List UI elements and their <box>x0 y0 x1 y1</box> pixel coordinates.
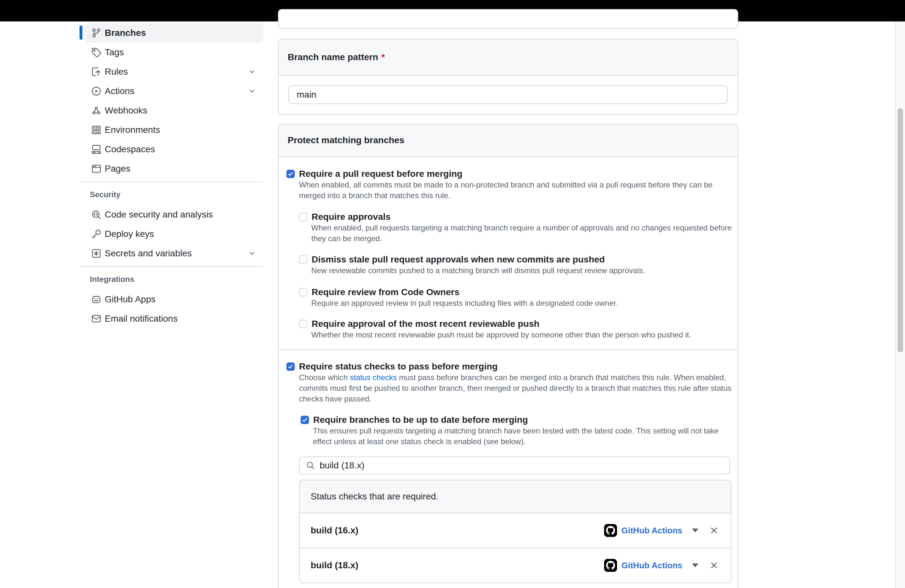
sidebar-item-actions[interactable]: Actions <box>85 81 264 101</box>
source-dropdown-caret-icon[interactable] <box>692 529 699 532</box>
sidebar-divider <box>79 182 264 182</box>
rule-require-pull-request: Require a pull request before merging <box>279 168 738 180</box>
checkbox-require-status-checks[interactable] <box>286 362 295 371</box>
rule-label[interactable]: Require approval of the most recent revi… <box>311 318 540 329</box>
rule-description: When enabled, all commits must be made t… <box>279 180 734 201</box>
octocat-mark-icon <box>606 561 615 570</box>
sidebar-divider <box>79 266 264 267</box>
rule-group-divider <box>279 350 738 350</box>
webhook-icon <box>91 105 102 116</box>
branch-name-pattern-input[interactable] <box>288 85 728 104</box>
rule-label[interactable]: Require review from Code Owners <box>311 287 459 298</box>
tag-icon <box>91 47 102 57</box>
settings-sidebar: Branches Tags Rules Actions <box>75 23 264 329</box>
rule-require-status-checks: Require status checks to pass before mer… <box>279 361 738 372</box>
rule-label[interactable]: Require a pull request before merging <box>299 168 462 180</box>
sidebar-item-label: Actions <box>105 86 135 96</box>
desc-text: Choose which <box>299 373 350 382</box>
sidebar-section-security: Security <box>90 188 264 202</box>
codescan-icon <box>91 210 102 220</box>
checkbox-require-recent-push-approval[interactable] <box>299 320 307 328</box>
app-robot-icon <box>91 294 102 305</box>
rule-require-recent-push-approval: Require approval of the most recent revi… <box>279 318 738 329</box>
sidebar-item-email-notifications[interactable]: Email notifications <box>85 309 264 329</box>
remove-status-check-icon[interactable] <box>709 525 719 536</box>
octocat-mark-icon <box>606 526 615 535</box>
sidebar-item-webhooks[interactable]: Webhooks <box>85 101 264 120</box>
sidebar-item-label: Secrets and variables <box>105 248 192 259</box>
branch-pattern-body <box>279 76 738 114</box>
protect-matching-branches-card: Protect matching branches Require a pull… <box>278 124 738 588</box>
github-actions-link[interactable]: GitHub Actions <box>622 561 682 571</box>
sidebar-item-label: Code security and analysis <box>105 210 213 220</box>
status-check-search-box <box>299 456 730 475</box>
status-check-search-input[interactable] <box>319 460 721 471</box>
branch-pattern-header: Branch name pattern * <box>279 40 738 76</box>
secret-asterisk-icon <box>91 248 102 259</box>
status-check-name: build (16.x) <box>311 525 359 536</box>
sidebar-item-label: Branches <box>105 28 146 38</box>
sidebar-item-code-security[interactable]: Code security and analysis <box>85 205 264 224</box>
sidebar-item-label: Tags <box>105 47 124 57</box>
source-dropdown-caret-icon[interactable] <box>692 563 699 567</box>
github-actions-avatar <box>604 524 617 537</box>
branch-pattern-title: Branch name pattern <box>287 52 378 62</box>
sidebar-item-rules[interactable]: Rules <box>85 62 264 81</box>
required-status-checks-panel: Status checks that are required. build (… <box>299 480 732 583</box>
scrollbar-track[interactable] <box>895 22 905 588</box>
rule-require-up-to-date: Require branches to be up to date before… <box>279 415 738 425</box>
sidebar-item-github-apps[interactable]: GitHub Apps <box>85 290 264 309</box>
scrollbar-thumb[interactable] <box>897 108 903 352</box>
checkbox-require-approvals[interactable] <box>299 213 307 221</box>
sidebar-section-integrations: Integrations <box>90 272 264 286</box>
sidebar-item-label: Email notifications <box>105 313 178 324</box>
search-icon <box>306 461 315 470</box>
protect-card-title: Protect matching branches <box>287 135 404 145</box>
sidebar-item-label: GitHub Apps <box>105 294 156 305</box>
sidebar-item-environments[interactable]: Environments <box>85 120 264 140</box>
browser-icon <box>91 164 102 174</box>
settings-page: Branches Tags Rules Actions <box>0 0 905 588</box>
rule-label[interactable]: Require approvals <box>311 211 391 222</box>
sidebar-item-label: Rules <box>105 67 128 77</box>
sidebar-item-pages[interactable]: Pages <box>85 159 264 178</box>
rule-require-code-owner-review: Require review from Code Owners <box>279 287 738 298</box>
sidebar-item-label: Pages <box>105 164 130 174</box>
rule-dismiss-stale-approvals: Dismiss stale pull request approvals whe… <box>279 254 738 265</box>
chevron-down-icon[interactable] <box>248 87 256 95</box>
checkbox-require-up-to-date[interactable] <box>300 416 309 424</box>
sidebar-item-label: Codespaces <box>105 144 155 154</box>
codespaces-icon <box>91 144 102 154</box>
rule-description: Require an approved review in pull reque… <box>279 298 738 308</box>
git-branch-icon <box>91 28 102 38</box>
clipped-card-above <box>278 9 738 29</box>
sidebar-item-tags[interactable]: Tags <box>85 43 264 62</box>
selected-indicator-bar <box>79 25 83 40</box>
chevron-down-icon[interactable] <box>248 68 256 76</box>
sidebar-item-secrets-variables[interactable]: Secrets and variables <box>85 244 264 263</box>
rules-icon <box>91 67 102 77</box>
chevron-down-icon[interactable] <box>248 249 256 257</box>
rule-description: This ensures pull requests targeting a m… <box>279 425 738 447</box>
checkbox-require-pull-request[interactable] <box>286 170 295 178</box>
status-checks-link[interactable]: status checks <box>350 373 397 382</box>
rule-description: Whether the most recent reviewable push … <box>279 329 738 340</box>
sidebar-item-deploy-keys[interactable]: Deploy keys <box>85 224 264 244</box>
required-asterisk: * <box>381 52 385 62</box>
github-actions-link[interactable]: GitHub Actions <box>622 526 682 536</box>
rule-description: Choose which status checks must pass bef… <box>279 372 734 404</box>
checkbox-require-code-owner-review[interactable] <box>299 288 307 296</box>
sidebar-item-label: Webhooks <box>105 105 148 116</box>
checkbox-dismiss-stale-approvals[interactable] <box>299 255 307 264</box>
rule-label[interactable]: Dismiss stale pull request approvals whe… <box>311 254 605 265</box>
sidebar-item-codespaces[interactable]: Codespaces <box>85 140 264 159</box>
remove-status-check-icon[interactable] <box>709 560 719 571</box>
rule-label[interactable]: Require branches to be up to date before… <box>313 415 528 425</box>
play-circle-icon <box>91 86 102 96</box>
sidebar-item-branches[interactable]: Branches <box>85 23 264 43</box>
github-actions-avatar <box>604 559 617 572</box>
rule-label[interactable]: Require status checks to pass before mer… <box>299 361 498 372</box>
protect-card-header: Protect matching branches <box>279 124 738 157</box>
rule-require-approvals: Require approvals <box>279 211 738 222</box>
status-check-row: build (16.x) GitHub Actions <box>300 513 731 548</box>
